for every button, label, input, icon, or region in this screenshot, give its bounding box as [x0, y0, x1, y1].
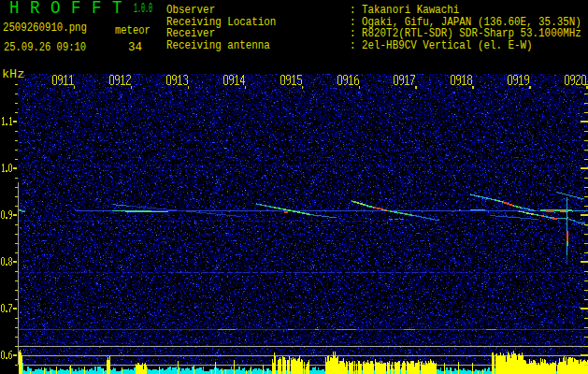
- svg-text:1.0.0: 1.0.0: [134, 1, 152, 15]
- svg-text:Receiving antenna: Receiving antenna: [166, 38, 270, 52]
- svg-text:HROFFT: HROFFT: [9, 0, 133, 20]
- svg-text:: 2el-HB9CV Vertical (el. E-W): : 2el-HB9CV Vertical (el. E-W): [350, 38, 533, 52]
- svg-text:34: 34: [128, 39, 142, 54]
- svg-text:kHz: kHz: [2, 67, 24, 81]
- svg-text:meteor: meteor: [115, 22, 151, 37]
- svg-text:2509260910.png: 2509260910.png: [3, 21, 87, 36]
- svg-text:25.09.26 09:10: 25.09.26 09:10: [4, 40, 86, 55]
